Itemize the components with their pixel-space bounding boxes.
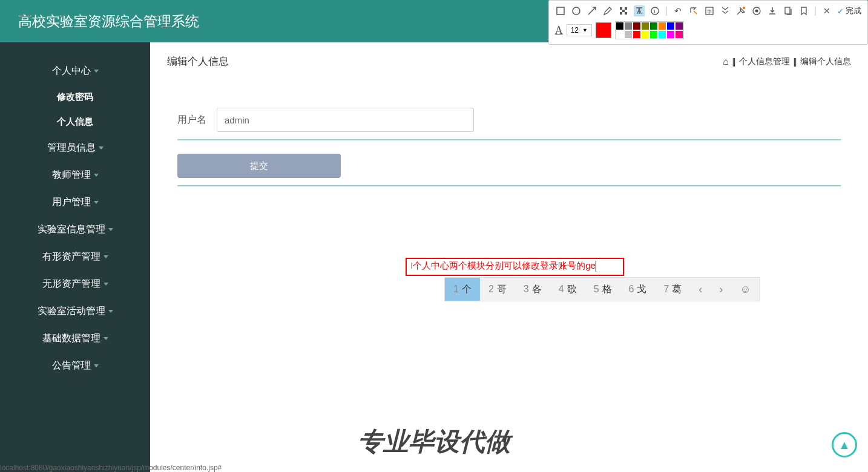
scroll-capture-icon[interactable] [720, 5, 731, 16]
redo-icon[interactable] [688, 5, 699, 16]
svg-text:A: A [637, 7, 642, 16]
ime-emoji-icon[interactable]: ☺ [731, 283, 759, 296]
caret-icon [94, 70, 99, 73]
ime-candidate-7[interactable]: 7葛 [655, 278, 690, 301]
palette-color[interactable] [658, 30, 666, 39]
nav-base-data[interactable]: 基础数据管理 [0, 325, 150, 352]
number-tool-icon[interactable]: 1 [649, 5, 660, 16]
watermark-text: 专业毕设代做 [358, 425, 510, 459]
nav-change-password[interactable]: 修改密码 [0, 85, 150, 110]
palette-color[interactable] [633, 22, 641, 30]
palette-color[interactable] [666, 30, 675, 39]
ime-candidate-2[interactable]: 2哥 [480, 278, 515, 301]
ime-candidate-1[interactable]: 1个 [445, 278, 480, 301]
nav-personal-info[interactable]: 个人信息 [0, 110, 150, 134]
font-size-select[interactable]: 12▼ [567, 24, 592, 36]
caret-icon [104, 337, 108, 340]
ime-candidate-4[interactable]: 4歌 [550, 278, 585, 301]
sidebar: 个人中心 修改密码 个人信息 管理员信息 教师管理 用户管理 实验室信息管理 有… [0, 42, 150, 472]
nav-lab-activity[interactable]: 实验室活动管理 [0, 298, 150, 325]
svg-rect-3 [620, 7, 622, 10]
breadcrumb-a[interactable]: 个人信息管理 [739, 56, 790, 67]
ime-candidate-5[interactable]: 5格 [585, 278, 620, 301]
palette-color[interactable] [641, 30, 649, 39]
submit-button[interactable]: 提交 [177, 154, 341, 178]
palette-color[interactable] [658, 22, 666, 30]
annotation-box[interactable]: I个人中心两个模块分别可以修改登录账号的ge [406, 258, 624, 276]
pin-icon[interactable] [735, 5, 746, 16]
download-icon[interactable] [767, 5, 778, 16]
ime-candidate-3[interactable]: 3各 [515, 278, 550, 301]
svg-point-15 [755, 10, 758, 13]
page-title: 编辑个人信息 [167, 54, 229, 68]
palette-color[interactable] [675, 22, 683, 30]
palette-color[interactable] [633, 30, 641, 39]
nav-lab-info[interactable]: 实验室信息管理 [0, 216, 150, 243]
svg-text:字: 字 [707, 9, 712, 15]
svg-rect-16 [785, 7, 790, 14]
divider [177, 139, 841, 140]
bookmark-icon[interactable] [798, 5, 809, 16]
arrow-tool-icon[interactable] [587, 5, 597, 16]
palette-color[interactable] [675, 30, 683, 39]
copy-icon[interactable] [783, 5, 794, 16]
pen-tool-icon[interactable] [602, 5, 613, 16]
separator: | [665, 5, 668, 16]
nav-intangible-assets[interactable]: 无形资产管理 [0, 270, 150, 298]
selected-color[interactable] [596, 22, 611, 38]
ime-candidate-6[interactable]: 6戈 [620, 278, 656, 301]
ime-candidate-bar: 1个 2哥 3各 4歌 5格 6戈 7葛 ‹ › ☺ [444, 277, 760, 301]
caret-icon [99, 146, 104, 149]
palette-color[interactable] [641, 22, 649, 30]
ime-prev-icon[interactable]: ‹ [690, 283, 711, 296]
ocr-icon[interactable]: 字 [704, 5, 715, 16]
circle-tool-icon[interactable] [571, 5, 582, 16]
color-palette [615, 21, 684, 39]
caret-icon [94, 201, 99, 204]
svg-rect-7 [625, 12, 627, 15]
palette-color[interactable] [624, 30, 633, 39]
divider [177, 185, 841, 186]
close-icon[interactable]: ✕ [821, 5, 832, 16]
nav-tangible-assets[interactable]: 有形资产管理 [0, 243, 150, 270]
rect-tool-icon[interactable] [555, 5, 566, 16]
palette-color[interactable] [616, 22, 624, 30]
scroll-top-button[interactable]: ▲ [832, 432, 857, 457]
svg-rect-5 [622, 10, 625, 12]
home-icon[interactable]: ⌂ [723, 56, 729, 67]
svg-text:1: 1 [653, 8, 656, 15]
caret-icon [108, 310, 113, 313]
mosaic-tool-icon[interactable] [618, 5, 629, 16]
palette-color[interactable] [649, 30, 658, 39]
done-button[interactable]: ✓完成 [837, 5, 861, 16]
caret-icon [94, 174, 99, 177]
ime-next-icon[interactable]: › [711, 283, 731, 296]
breadcrumb-b[interactable]: 编辑个人信息 [800, 56, 851, 67]
record-icon[interactable] [751, 5, 762, 16]
svg-point-13 [743, 7, 745, 9]
palette-color[interactable] [624, 22, 633, 30]
arrow-up-icon: ▲ [838, 438, 850, 452]
caret-icon [108, 228, 113, 231]
main-content: 编辑个人信息 ⌂ ‖ 个人信息管理 ‖ 编辑个人信息 用户名 提交 [150, 42, 868, 237]
svg-rect-1 [557, 7, 564, 15]
nav-user[interactable]: 用户管理 [0, 189, 150, 216]
palette-color[interactable] [616, 30, 624, 39]
caret-icon [94, 364, 99, 367]
nav-teacher[interactable]: 教师管理 [0, 162, 150, 189]
nav-personal-center[interactable]: 个人中心 [0, 57, 150, 85]
screenshot-toolbar: A 1 | ↶ 字 | ✕ ✓完成 A 12▼ [548, 0, 868, 45]
caret-icon [104, 283, 108, 286]
breadcrumb: ⌂ ‖ 个人信息管理 ‖ 编辑个人信息 [723, 56, 851, 67]
svg-rect-4 [625, 7, 627, 10]
palette-color[interactable] [666, 22, 675, 30]
text-tool-icon[interactable]: A [634, 5, 645, 16]
nav-announcement[interactable]: 公告管理 [0, 352, 150, 379]
separator: | [814, 5, 817, 16]
undo-icon[interactable]: ↶ [672, 5, 683, 16]
app-title: 高校实验室资源综合管理系统 [18, 12, 199, 31]
username-input[interactable] [217, 108, 474, 132]
palette-color[interactable] [649, 22, 658, 30]
font-style-icon[interactable]: A [555, 24, 563, 37]
nav-admin-info[interactable]: 管理员信息 [0, 134, 150, 162]
